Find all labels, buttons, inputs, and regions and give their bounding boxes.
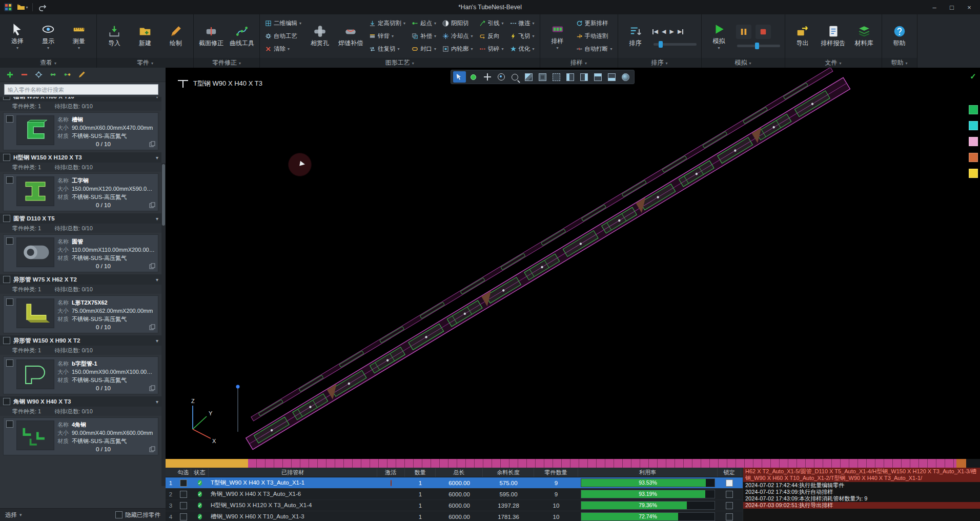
table-row[interactable]: 4✓槽钢_W90 X H60 X T10_Auto_X1-316000.0017… (166, 511, 743, 521)
vp-view-right-button[interactable] (578, 71, 590, 83)
simulate-slider[interactable] (737, 45, 780, 47)
color-swatch-4[interactable] (969, 169, 978, 178)
table-row[interactable]: 1✓T型钢_W90 X H40 X T3_Auto_X1-116000.0057… (166, 477, 743, 489)
lock-checkbox[interactable] (726, 513, 733, 520)
auto-process-button[interactable]: 自动工艺 (263, 31, 303, 42)
color-swatch-0[interactable] (969, 105, 978, 114)
reverse-button[interactable]: 反向 (478, 31, 505, 42)
ribbon-group-label[interactable]: 帮助 (882, 58, 917, 68)
part-card-checkbox[interactable] (6, 237, 13, 245)
part-card[interactable]: 名称b字型管-1大小150.00mmX90.00mmX100.00mm材质不锈钢… (3, 356, 158, 394)
nest-report-button[interactable]: 排样报告 (820, 23, 847, 49)
part-group-checkbox[interactable] (3, 97, 10, 100)
part-group-header[interactable]: 槽钢 W90 X H60 X T10▾ (0, 97, 161, 102)
collapse-chevron-icon[interactable]: ▾ (156, 399, 158, 405)
step-back-button[interactable]: ◀ (662, 29, 666, 34)
minimize-button[interactable]: – (926, 1, 943, 13)
nest-overview-bar[interactable] (166, 459, 966, 468)
part-group-header[interactable]: 异形管 W75 X H62 X T2▾ (0, 274, 161, 285)
copy-icon[interactable] (149, 324, 155, 330)
hide-nested-parts-checkbox[interactable]: 隐藏已排零件 (115, 511, 160, 519)
open-file-button[interactable]: ▾ (16, 2, 29, 13)
draw-button[interactable]: 绘制 (162, 23, 190, 49)
sort-button[interactable]: 排序 (622, 23, 649, 49)
part-card-checkbox[interactable] (6, 298, 13, 306)
lock-checkbox[interactable] (726, 502, 733, 509)
split-parts-button[interactable] (63, 70, 72, 79)
micro-joint-button[interactable]: 微连▾ (508, 18, 536, 29)
skip-end-button[interactable]: ▶ (678, 29, 683, 34)
row-checkbox[interactable] (180, 502, 187, 509)
part-card[interactable]: 名称4角钢大小90.00mmX40.00mmX600.00mm材质不锈钢-SUS… (3, 417, 158, 455)
lock-checkbox[interactable] (726, 479, 733, 487)
row-checkbox[interactable] (180, 479, 187, 487)
lock-checkbox[interactable] (726, 491, 733, 498)
vp-orbit-button[interactable] (495, 71, 507, 83)
reciprocating-cut-button[interactable]: 往复切▾ (368, 44, 407, 55)
export-button[interactable]: 导出 (789, 23, 816, 49)
nest-button[interactable]: 排样▾ (544, 21, 571, 51)
part-card[interactable]: 名称圆管大小110.00mmX110.00mmX200.00mm材质不锈钢-SU… (3, 234, 158, 272)
add-part-button[interactable] (5, 70, 14, 79)
part-group-header[interactable]: 圆管 D110 X T5▾ (0, 213, 161, 224)
part-card[interactable]: 名称L形T2X75X62大小75.00mmX62.00mmX200.00mm材质… (3, 295, 158, 333)
pause-button[interactable] (736, 25, 751, 39)
part-card[interactable]: 名称工字钢大小150.00mmX120.00mmX590.00mm材质不锈钢-S… (3, 173, 158, 211)
viewport-3d[interactable]: Z Y X T型钢 W90 X H40 X T3 (166, 68, 966, 459)
slider-thumb[interactable] (659, 41, 663, 48)
maximize-button[interactable]: □ (943, 1, 961, 13)
scrollbar-thumb[interactable] (162, 164, 165, 226)
vp-zoom-button[interactable] (508, 71, 521, 83)
auto-break-button[interactable]: 自动打断▾ (575, 44, 614, 55)
part-card-checkbox[interactable] (6, 176, 13, 184)
ribbon-group-label[interactable]: 文件 (785, 58, 882, 68)
stop-button[interactable] (756, 25, 771, 39)
copy-icon[interactable] (149, 446, 155, 452)
display-button[interactable]: 显示▾ (34, 21, 62, 51)
collapse-chevron-icon[interactable]: ▾ (156, 216, 158, 222)
simulate-button[interactable]: 模拟▾ (705, 21, 733, 51)
combine-parts-button[interactable] (48, 70, 57, 79)
clear-button[interactable]: 清除▾ (263, 44, 303, 55)
part-group-list[interactable]: 槽钢 W90 X H60 X T10▾零件种类: 1待排/总数: 0/10名称槽… (0, 97, 166, 508)
lead-line-button[interactable]: 引线▾ (478, 18, 505, 29)
sidebar-scrollbar[interactable] (161, 163, 166, 486)
copy-icon[interactable] (149, 263, 155, 269)
chop-button[interactable]: 切碎▾ (478, 44, 505, 55)
collapse-chevron-icon[interactable]: ▾ (156, 155, 158, 161)
weld-compensation-button[interactable]: 焊缝补偿 (337, 23, 364, 49)
part-card-checkbox[interactable] (6, 115, 13, 123)
part-group-checkbox[interactable] (3, 154, 10, 161)
part-card-checkbox[interactable] (6, 420, 13, 428)
vp-view-left-button[interactable] (564, 71, 577, 83)
ribbon-group-label[interactable]: 图形工艺 (260, 58, 540, 68)
start-point-button[interactable]: 起点▾ (410, 18, 438, 29)
section-fix-button[interactable]: 截面修正 (197, 23, 225, 49)
column-header[interactable]: 锁定 (718, 468, 741, 477)
step-forward-button[interactable]: ▶ (670, 29, 674, 34)
vp-view-back-button[interactable] (550, 71, 563, 83)
collapse-chevron-icon[interactable]: ▾ (156, 338, 158, 344)
select-button[interactable]: 选择▾ (4, 21, 31, 51)
row-checkbox[interactable] (180, 513, 187, 520)
edit2d-button[interactable]: 二维编辑▾ (263, 18, 303, 29)
skip-start-button[interactable]: ◀ (652, 29, 658, 34)
column-header[interactable]: 零件数量 (534, 468, 578, 477)
table-row[interactable]: 2✓角钢_W90 X H40 X T3_Auto_X1-616000.00595… (166, 489, 743, 500)
yinyang-cut-button[interactable]: 阴阳切 (441, 18, 475, 29)
part-group-checkbox[interactable] (3, 215, 10, 222)
compensation-button[interactable]: 补偿▾ (410, 31, 438, 42)
vp-view-bottom-button[interactable] (605, 71, 618, 83)
cooling-point-button[interactable]: 冷却点▾ (441, 31, 475, 42)
manual-link-cut-button[interactable]: 手动连割 (575, 31, 614, 42)
locate-part-button[interactable] (34, 70, 43, 79)
slider-thumb[interactable] (755, 43, 759, 49)
column-header[interactable]: 状态 (191, 468, 209, 477)
measure-button[interactable]: 测量▾ (65, 21, 93, 51)
remove-part-button[interactable] (19, 70, 29, 79)
part-group-header[interactable]: H型钢 W150 X H120 X T3▾ (0, 152, 161, 163)
collapse-chevron-icon[interactable]: ▾ (156, 277, 158, 283)
ribbon-group-label[interactable]: 零件 (97, 58, 193, 68)
vp-view-iso-button[interactable] (522, 71, 535, 83)
curve-tools-button[interactable]: 曲线工具 (228, 23, 256, 49)
